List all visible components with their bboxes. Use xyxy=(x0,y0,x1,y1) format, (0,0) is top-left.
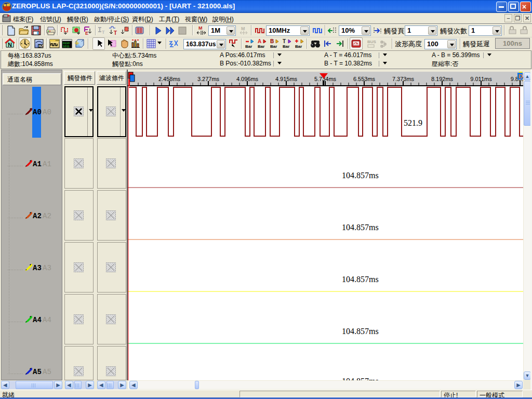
svg-text:Bar: Bar xyxy=(295,44,302,49)
svg-text:Bar: Bar xyxy=(283,44,289,49)
svg-text:HZ: HZ xyxy=(38,44,44,48)
svg-text:T: T xyxy=(102,30,105,35)
svg-text:T: T xyxy=(283,38,286,44)
svg-text:N: N xyxy=(8,42,12,48)
svg-text:8.192ms: 8.192ms xyxy=(431,76,454,82)
svg-text:B: B xyxy=(270,38,274,44)
svg-text:4.915ms: 4.915ms xyxy=(275,76,298,82)
svg-text:3.277ms: 3.277ms xyxy=(197,76,220,82)
svg-text:Bar: Bar xyxy=(245,44,252,49)
svg-text:6.553ms: 6.553ms xyxy=(353,76,376,82)
svg-text:Bar: Bar xyxy=(270,44,277,49)
svg-text:T: T xyxy=(114,30,117,36)
svg-text:M: M xyxy=(198,25,203,31)
svg-text:E: E xyxy=(85,31,88,36)
svg-text:4.096ms: 4.096ms xyxy=(236,76,259,82)
svg-text:Bar: Bar xyxy=(258,44,264,49)
svg-text:1011: 1011 xyxy=(63,45,70,48)
svg-text:BUS: BUS xyxy=(367,39,377,44)
svg-text:9.011ms: 9.011ms xyxy=(470,76,492,82)
svg-text:2.458ms: 2.458ms xyxy=(158,76,181,82)
svg-text:D: D xyxy=(518,73,523,79)
svg-text:5.734ms: 5.734ms xyxy=(314,76,337,82)
svg-text:7.373ms: 7.373ms xyxy=(392,76,415,82)
svg-text:A: A xyxy=(258,38,261,44)
svg-text:M: M xyxy=(241,26,245,31)
